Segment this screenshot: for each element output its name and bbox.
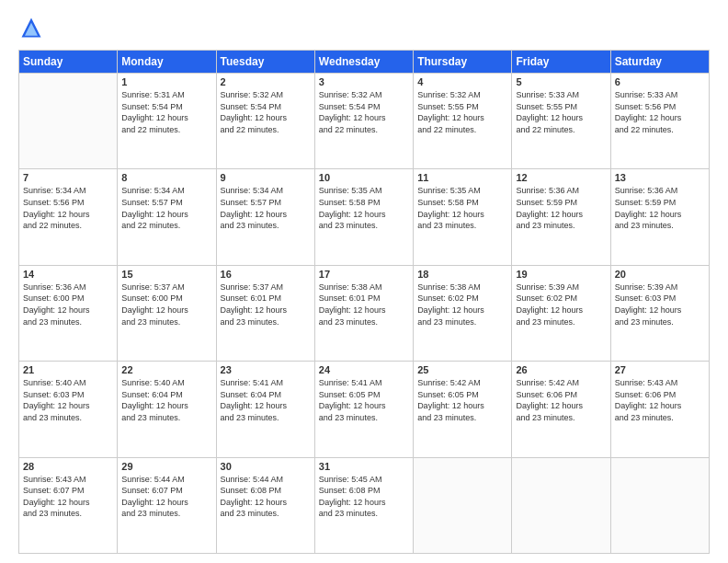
cell-info: Sunrise: 5:33 AMSunset: 5:56 PMDaylight:… (615, 89, 705, 135)
day-number: 22 (121, 364, 211, 375)
cell-info: Sunrise: 5:40 AMSunset: 6:03 PMDaylight:… (23, 377, 113, 423)
cell-info: Sunrise: 5:39 AMSunset: 6:02 PMDaylight:… (516, 282, 606, 327)
calendar-header-tuesday: Tuesday (216, 51, 314, 74)
header (18, 15, 710, 40)
calendar-cell: 18Sunrise: 5:38 AMSunset: 6:02 PMDayligh… (414, 265, 512, 361)
calendar-table: SundayMondayTuesdayWednesdayThursdayFrid… (18, 50, 710, 554)
calendar-cell: 9Sunrise: 5:34 AMSunset: 5:57 PMDaylight… (216, 169, 314, 265)
calendar-cell: 17Sunrise: 5:38 AMSunset: 6:01 PMDayligh… (314, 265, 413, 361)
calendar-header-friday: Friday (512, 51, 610, 74)
calendar-cell: 2Sunrise: 5:32 AMSunset: 5:54 PMDaylight… (216, 74, 314, 169)
cell-info: Sunrise: 5:42 AMSunset: 6:05 PMDaylight:… (417, 377, 507, 423)
calendar-cell: 15Sunrise: 5:37 AMSunset: 6:00 PMDayligh… (118, 265, 216, 361)
cell-info: Sunrise: 5:32 AMSunset: 5:54 PMDaylight:… (221, 89, 311, 135)
day-number: 16 (221, 269, 311, 280)
calendar-cell: 27Sunrise: 5:43 AMSunset: 6:06 PMDayligh… (610, 362, 709, 457)
calendar-cell: 4Sunrise: 5:32 AMSunset: 5:55 PMDaylight… (414, 74, 512, 169)
cell-info: Sunrise: 5:31 AMSunset: 5:54 PMDaylight:… (121, 89, 211, 135)
cell-info: Sunrise: 5:36 AMSunset: 6:00 PMDaylight:… (23, 282, 113, 327)
calendar-cell: 11Sunrise: 5:35 AMSunset: 5:58 PMDayligh… (414, 169, 512, 265)
calendar-week-4: 21Sunrise: 5:40 AMSunset: 6:03 PMDayligh… (19, 362, 710, 457)
calendar-cell: 8Sunrise: 5:34 AMSunset: 5:57 PMDaylight… (118, 169, 216, 265)
calendar-cell: 13Sunrise: 5:36 AMSunset: 5:59 PMDayligh… (610, 169, 709, 265)
calendar-week-2: 7Sunrise: 5:34 AMSunset: 5:56 PMDaylight… (19, 169, 710, 265)
calendar-cell (414, 457, 512, 553)
cell-info: Sunrise: 5:44 AMSunset: 6:08 PMDaylight:… (221, 474, 311, 520)
calendar-cell: 25Sunrise: 5:42 AMSunset: 6:05 PMDayligh… (414, 362, 512, 457)
calendar-header-sunday: Sunday (19, 51, 118, 74)
cell-info: Sunrise: 5:42 AMSunset: 6:06 PMDaylight:… (516, 377, 606, 423)
calendar-cell: 1Sunrise: 5:31 AMSunset: 5:54 PMDaylight… (118, 74, 216, 169)
day-number: 1 (121, 76, 211, 87)
day-number: 20 (615, 269, 705, 280)
cell-info: Sunrise: 5:41 AMSunset: 6:05 PMDaylight:… (319, 377, 409, 423)
calendar-cell: 23Sunrise: 5:41 AMSunset: 6:04 PMDayligh… (216, 362, 314, 457)
calendar-header-row: SundayMondayTuesdayWednesdayThursdayFrid… (19, 51, 710, 74)
cell-info: Sunrise: 5:33 AMSunset: 5:55 PMDaylight:… (516, 89, 606, 135)
calendar-cell: 5Sunrise: 5:33 AMSunset: 5:55 PMDaylight… (512, 74, 610, 169)
calendar-cell: 29Sunrise: 5:44 AMSunset: 6:07 PMDayligh… (118, 457, 216, 553)
day-number: 24 (319, 364, 409, 375)
cell-info: Sunrise: 5:37 AMSunset: 6:01 PMDaylight:… (221, 282, 311, 327)
cell-info: Sunrise: 5:45 AMSunset: 6:08 PMDaylight:… (319, 474, 409, 520)
day-number: 8 (121, 172, 211, 183)
calendar-cell: 19Sunrise: 5:39 AMSunset: 6:02 PMDayligh… (512, 265, 610, 361)
day-number: 7 (23, 172, 113, 183)
cell-info: Sunrise: 5:36 AMSunset: 5:59 PMDaylight:… (516, 185, 606, 231)
calendar-header-wednesday: Wednesday (314, 51, 413, 74)
cell-info: Sunrise: 5:38 AMSunset: 6:01 PMDaylight:… (319, 282, 409, 327)
day-number: 28 (23, 461, 113, 472)
cell-info: Sunrise: 5:32 AMSunset: 5:55 PMDaylight:… (417, 89, 507, 135)
calendar-week-3: 14Sunrise: 5:36 AMSunset: 6:00 PMDayligh… (19, 265, 710, 361)
day-number: 14 (23, 269, 113, 280)
day-number: 11 (417, 172, 507, 183)
cell-info: Sunrise: 5:35 AMSunset: 5:58 PMDaylight:… (319, 185, 409, 231)
day-number: 13 (615, 172, 705, 183)
calendar-cell: 14Sunrise: 5:36 AMSunset: 6:00 PMDayligh… (19, 265, 118, 361)
day-number: 17 (319, 269, 409, 280)
day-number: 23 (221, 364, 311, 375)
calendar-cell: 24Sunrise: 5:41 AMSunset: 6:05 PMDayligh… (314, 362, 413, 457)
cell-info: Sunrise: 5:39 AMSunset: 6:03 PMDaylight:… (615, 282, 705, 327)
cell-info: Sunrise: 5:34 AMSunset: 5:56 PMDaylight:… (23, 185, 113, 231)
logo (18, 15, 48, 40)
day-number: 27 (615, 364, 705, 375)
cell-info: Sunrise: 5:40 AMSunset: 6:04 PMDaylight:… (121, 377, 211, 423)
cell-info: Sunrise: 5:37 AMSunset: 6:00 PMDaylight:… (121, 282, 211, 327)
calendar-cell: 21Sunrise: 5:40 AMSunset: 6:03 PMDayligh… (19, 362, 118, 457)
day-number: 9 (221, 172, 311, 183)
cell-info: Sunrise: 5:43 AMSunset: 6:07 PMDaylight:… (23, 474, 113, 520)
calendar-cell (19, 74, 118, 169)
day-number: 6 (615, 76, 705, 87)
day-number: 30 (221, 461, 311, 472)
calendar-cell: 7Sunrise: 5:34 AMSunset: 5:56 PMDaylight… (19, 169, 118, 265)
logo-icon (18, 15, 44, 40)
cell-info: Sunrise: 5:36 AMSunset: 5:59 PMDaylight:… (615, 185, 705, 231)
day-number: 5 (516, 76, 606, 87)
day-number: 31 (319, 461, 409, 472)
day-number: 29 (121, 461, 211, 472)
calendar-cell: 16Sunrise: 5:37 AMSunset: 6:01 PMDayligh… (216, 265, 314, 361)
day-number: 26 (516, 364, 606, 375)
cell-info: Sunrise: 5:34 AMSunset: 5:57 PMDaylight:… (121, 185, 211, 231)
cell-info: Sunrise: 5:41 AMSunset: 6:04 PMDaylight:… (221, 377, 311, 423)
day-number: 19 (516, 269, 606, 280)
calendar-week-1: 1Sunrise: 5:31 AMSunset: 5:54 PMDaylight… (19, 74, 710, 169)
cell-info: Sunrise: 5:38 AMSunset: 6:02 PMDaylight:… (417, 282, 507, 327)
day-number: 15 (121, 269, 211, 280)
calendar-cell: 6Sunrise: 5:33 AMSunset: 5:56 PMDaylight… (610, 74, 709, 169)
page: SundayMondayTuesdayWednesdayThursdayFrid… (0, 0, 728, 563)
calendar-cell: 28Sunrise: 5:43 AMSunset: 6:07 PMDayligh… (19, 457, 118, 553)
day-number: 3 (319, 76, 409, 87)
day-number: 18 (417, 269, 507, 280)
calendar-cell: 20Sunrise: 5:39 AMSunset: 6:03 PMDayligh… (610, 265, 709, 361)
calendar-cell: 12Sunrise: 5:36 AMSunset: 5:59 PMDayligh… (512, 169, 610, 265)
calendar-week-5: 28Sunrise: 5:43 AMSunset: 6:07 PMDayligh… (19, 457, 710, 553)
calendar-cell: 22Sunrise: 5:40 AMSunset: 6:04 PMDayligh… (118, 362, 216, 457)
day-number: 2 (221, 76, 311, 87)
cell-info: Sunrise: 5:32 AMSunset: 5:54 PMDaylight:… (319, 89, 409, 135)
calendar-cell: 26Sunrise: 5:42 AMSunset: 6:06 PMDayligh… (512, 362, 610, 457)
cell-info: Sunrise: 5:44 AMSunset: 6:07 PMDaylight:… (121, 474, 211, 520)
calendar-header-saturday: Saturday (610, 51, 709, 74)
calendar-cell: 31Sunrise: 5:45 AMSunset: 6:08 PMDayligh… (314, 457, 413, 553)
